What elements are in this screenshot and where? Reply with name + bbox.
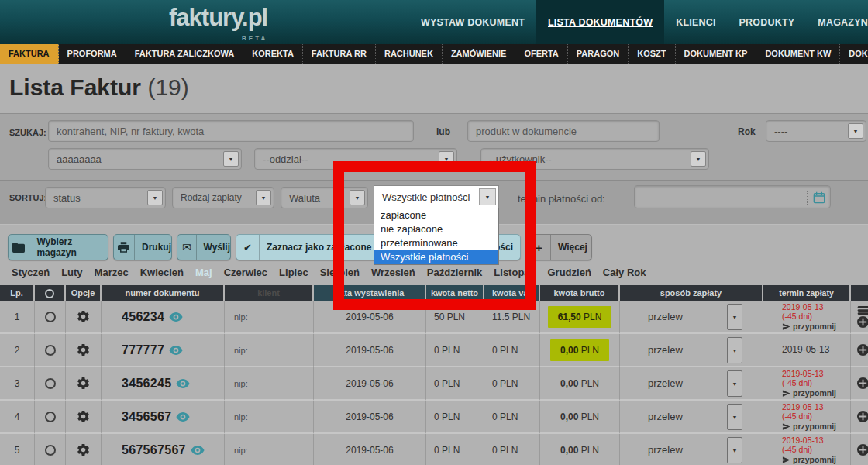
tab-zamowienie[interactable]: ZAMÓWIENIE: [443, 44, 516, 64]
remind-link[interactable]: przypomnij: [782, 422, 836, 432]
nav-wystaw-dokument[interactable]: WYSTAW DOKUMENT: [409, 0, 536, 44]
caret-down-icon[interactable]: ▼: [256, 190, 271, 205]
status-select[interactable]: status ▼: [45, 187, 166, 208]
tab-koszt[interactable]: KOSZT: [629, 44, 675, 64]
print-button[interactable]: Drukuj: [113, 234, 172, 260]
year-select[interactable]: ---- ▼: [766, 120, 866, 142]
month-caly-rok[interactable]: Cały Rok: [603, 267, 646, 278]
document-number[interactable]: 777777: [122, 343, 164, 357]
row-options[interactable]: [66, 434, 102, 465]
header-klient[interactable]: klient: [225, 285, 314, 301]
contractor-select[interactable]: aaaaaaaa ▼: [48, 148, 242, 170]
currency-select[interactable]: Waluta ▼: [281, 187, 368, 208]
branch-select[interactable]: --oddział-- ▼: [254, 148, 457, 170]
payments-stack-icon[interactable]: [857, 306, 868, 315]
caret-down-icon[interactable]: ▼: [691, 151, 706, 167]
radio-icon[interactable]: [45, 345, 56, 356]
header-lp[interactable]: Lp.: [0, 285, 35, 301]
caret-down-icon[interactable]: ▼: [727, 404, 742, 430]
row-options[interactable]: [66, 334, 102, 367]
tab-dokument-wz[interactable]: DOKUMENT WZ: [840, 44, 868, 64]
nav-klienci[interactable]: KLIENCI: [664, 0, 727, 44]
tab-faktura-rr[interactable]: FAKTURA RR: [303, 44, 376, 64]
caret-down-icon[interactable]: ▼: [727, 337, 742, 363]
add-payment-icon[interactable]: [857, 411, 868, 422]
calendar-icon[interactable]: [807, 191, 825, 205]
month-marzec[interactable]: Marzec: [95, 267, 129, 278]
row-options[interactable]: [66, 367, 102, 401]
header-opcje[interactable]: Opcje: [66, 285, 102, 301]
eye-icon[interactable]: [169, 346, 183, 355]
caret-down-icon[interactable]: ▼: [439, 151, 454, 167]
remind-link[interactable]: przypomnij: [782, 455, 836, 465]
row-select[interactable]: [35, 301, 66, 334]
caret-down-icon[interactable]: ▼: [479, 188, 496, 205]
tab-faktura[interactable]: FAKTURA: [0, 44, 59, 64]
payments-filter-select[interactable]: Wszystkie płatności ▼: [374, 185, 499, 208]
radio-icon[interactable]: [45, 412, 56, 422]
more-button[interactable]: + Więcej: [527, 234, 592, 260]
add-payment-icon[interactable]: [857, 444, 868, 456]
row-select[interactable]: [35, 334, 66, 367]
payment-type-select[interactable]: Rodzaj zapłaty ▼: [172, 187, 274, 208]
document-number[interactable]: 456234: [122, 310, 164, 324]
caret-down-icon[interactable]: ▼: [350, 190, 365, 205]
eye-icon[interactable]: [176, 379, 190, 388]
eye-icon[interactable]: [169, 312, 183, 322]
caret-down-icon[interactable]: ▼: [848, 123, 863, 139]
radio-icon[interactable]: [45, 378, 56, 389]
eye-icon[interactable]: [191, 446, 205, 455]
choose-warehouse-button[interactable]: Wybierz magazyn: [8, 234, 108, 260]
month-wrzesien[interactable]: Wrzesień: [371, 267, 415, 278]
tab-paragon[interactable]: PARAGON: [568, 44, 629, 64]
tab-dokument-kw[interactable]: DOKUMENT KW: [756, 44, 840, 64]
tab-faktura-zaliczkowa[interactable]: FAKTURA ZALICZKOWA: [126, 44, 244, 64]
nav-magazyny[interactable]: MAGAZYNY: [806, 0, 868, 44]
add-payment-icon[interactable]: [857, 344, 868, 356]
month-listopad[interactable]: Listopad: [494, 267, 536, 278]
row-options[interactable]: [66, 301, 102, 334]
radio-icon[interactable]: [45, 445, 56, 456]
due-date-input[interactable]: [634, 185, 831, 208]
month-maj-active[interactable]: Maj: [195, 267, 212, 278]
tab-proforma[interactable]: PROFORMA: [59, 44, 126, 64]
caret-down-icon[interactable]: ▼: [727, 437, 742, 463]
row-select[interactable]: [35, 367, 66, 401]
option-nie-zaplacone[interactable]: nie zapłacone: [374, 222, 498, 236]
month-grudzien[interactable]: Grudzień: [548, 267, 591, 278]
caret-down-icon[interactable]: ▼: [727, 370, 742, 397]
caret-down-icon[interactable]: ▼: [727, 304, 742, 330]
eye-icon[interactable]: [176, 412, 190, 422]
header-select-all[interactable]: [35, 285, 66, 301]
nav-produkty[interactable]: PRODUKTY: [728, 0, 807, 44]
send-button[interactable]: ✉ Wyślij: [177, 234, 231, 260]
option-wszystkie-platnosci[interactable]: Wszystkie płatności: [374, 250, 498, 264]
header-kwota-netto[interactable]: kwota netto: [426, 285, 484, 301]
month-lipiec[interactable]: Lipiec: [279, 267, 308, 278]
radio-icon[interactable]: [45, 312, 56, 322]
tab-rachunek[interactable]: RACHUNEK: [376, 44, 443, 64]
tab-oferta[interactable]: OFERTA: [515, 44, 567, 64]
add-payment-icon[interactable]: [857, 316, 868, 328]
document-number[interactable]: 567567567: [122, 443, 186, 457]
option-przeterminowane[interactable]: przeterminowane: [374, 236, 498, 250]
tab-korekta[interactable]: KOREKTA: [243, 44, 303, 64]
header-sposob-zaplaty[interactable]: sposób zapłaty: [620, 285, 763, 301]
month-luty[interactable]: Luty: [61, 267, 82, 278]
month-czerwiec[interactable]: Czerwiec: [224, 267, 267, 278]
tab-dokument-kp[interactable]: DOKUMENT KP: [676, 44, 757, 64]
header-data-wystawienia[interactable]: data wystawienia: [314, 285, 426, 301]
month-kwiecien[interactable]: Kwiecień: [140, 267, 184, 278]
remind-link[interactable]: przypomnij: [782, 388, 836, 398]
caret-down-icon[interactable]: ▼: [147, 190, 163, 205]
document-number[interactable]: 3456245: [122, 377, 171, 391]
nav-lista-dokumentow[interactable]: LISTA DOKUMENTÓW: [536, 0, 664, 44]
search-input[interactable]: [48, 120, 414, 142]
caret-down-icon[interactable]: ▼: [223, 151, 239, 167]
row-options[interactable]: [66, 401, 102, 434]
header-kwota-brutto[interactable]: kwota brutto: [540, 285, 620, 301]
add-payment-icon[interactable]: [857, 377, 868, 389]
month-pazdziernik[interactable]: Październik: [427, 267, 483, 278]
header-numer[interactable]: numer dokumentu: [102, 285, 225, 301]
header-kwota-vat[interactable]: kwota vat: [484, 285, 540, 301]
